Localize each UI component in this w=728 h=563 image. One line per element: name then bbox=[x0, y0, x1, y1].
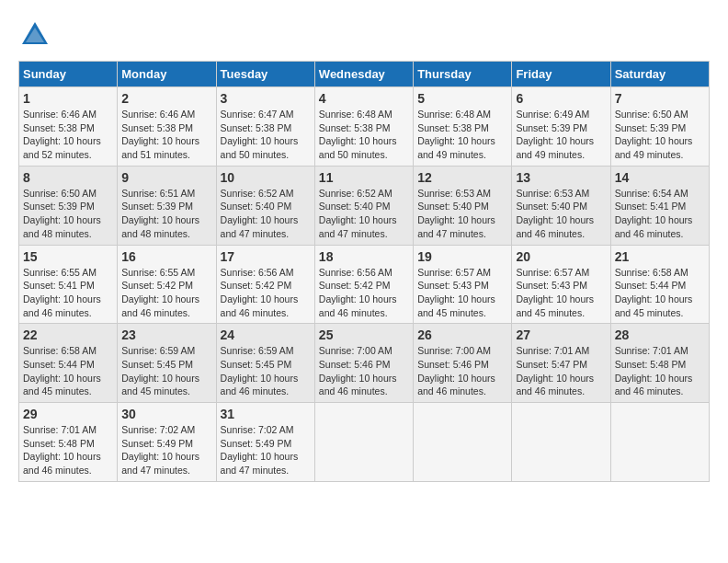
day-info: Sunrise: 7:02 AM Sunset: 5:49 PM Dayligh… bbox=[121, 423, 211, 477]
day-number: 12 bbox=[417, 170, 507, 185]
calendar-day-header: Sunday bbox=[19, 62, 118, 87]
day-number: 21 bbox=[615, 249, 705, 264]
day-info: Sunrise: 6:53 AM Sunset: 5:40 PM Dayligh… bbox=[516, 187, 606, 241]
day-info: Sunrise: 6:51 AM Sunset: 5:39 PM Dayligh… bbox=[121, 187, 211, 241]
calendar-day-header: Monday bbox=[118, 62, 216, 87]
day-info: Sunrise: 6:53 AM Sunset: 5:40 PM Dayligh… bbox=[417, 187, 507, 241]
day-info: Sunrise: 6:58 AM Sunset: 5:44 PM Dayligh… bbox=[23, 344, 113, 398]
calendar-cell: 30Sunrise: 7:02 AM Sunset: 5:49 PM Dayli… bbox=[118, 403, 216, 482]
day-number: 8 bbox=[23, 170, 113, 185]
day-info: Sunrise: 6:56 AM Sunset: 5:42 PM Dayligh… bbox=[221, 266, 311, 320]
calendar-day-header: Wednesday bbox=[314, 62, 413, 87]
day-info: Sunrise: 6:46 AM Sunset: 5:38 PM Dayligh… bbox=[121, 108, 211, 162]
calendar-cell: 11Sunrise: 6:52 AM Sunset: 5:40 PM Dayli… bbox=[314, 166, 413, 245]
calendar-day-header: Friday bbox=[512, 62, 610, 87]
day-info: Sunrise: 7:01 AM Sunset: 5:47 PM Dayligh… bbox=[516, 344, 606, 398]
logo-icon bbox=[18, 18, 51, 52]
calendar-week-row: 29Sunrise: 7:01 AM Sunset: 5:48 PM Dayli… bbox=[19, 403, 710, 482]
calendar-cell: 28Sunrise: 7:01 AM Sunset: 5:48 PM Dayli… bbox=[610, 324, 709, 403]
calendar-cell: 17Sunrise: 6:56 AM Sunset: 5:42 PM Dayli… bbox=[216, 245, 314, 324]
calendar-cell: 18Sunrise: 6:56 AM Sunset: 5:42 PM Dayli… bbox=[314, 245, 413, 324]
day-info: Sunrise: 6:55 AM Sunset: 5:41 PM Dayligh… bbox=[23, 266, 113, 320]
day-info: Sunrise: 6:57 AM Sunset: 5:43 PM Dayligh… bbox=[417, 266, 507, 320]
calendar-cell: 7Sunrise: 6:50 AM Sunset: 5:39 PM Daylig… bbox=[610, 87, 709, 167]
calendar-cell: 27Sunrise: 7:01 AM Sunset: 5:47 PM Dayli… bbox=[512, 324, 610, 403]
day-number: 25 bbox=[319, 327, 409, 342]
calendar-day-header: Thursday bbox=[414, 62, 512, 87]
day-info: Sunrise: 6:49 AM Sunset: 5:39 PM Dayligh… bbox=[516, 108, 606, 162]
calendar-cell: 25Sunrise: 7:00 AM Sunset: 5:46 PM Dayli… bbox=[314, 324, 413, 403]
calendar-cell: 10Sunrise: 6:52 AM Sunset: 5:40 PM Dayli… bbox=[216, 166, 314, 245]
page-header bbox=[18, 18, 710, 52]
calendar-day-header: Saturday bbox=[610, 62, 709, 87]
calendar-week-row: 8Sunrise: 6:50 AM Sunset: 5:39 PM Daylig… bbox=[19, 166, 710, 245]
calendar-cell bbox=[414, 403, 512, 482]
day-number: 3 bbox=[221, 91, 311, 106]
day-info: Sunrise: 6:50 AM Sunset: 5:39 PM Dayligh… bbox=[23, 187, 113, 241]
day-number: 9 bbox=[121, 170, 211, 185]
day-number: 30 bbox=[121, 407, 211, 421]
day-number: 2 bbox=[121, 91, 211, 106]
day-number: 7 bbox=[615, 91, 705, 106]
day-number: 10 bbox=[221, 170, 311, 185]
day-number: 18 bbox=[319, 249, 409, 264]
day-number: 29 bbox=[23, 407, 113, 421]
calendar-cell: 2Sunrise: 6:46 AM Sunset: 5:38 PM Daylig… bbox=[118, 87, 216, 167]
logo bbox=[18, 18, 57, 52]
day-number: 15 bbox=[23, 249, 113, 264]
day-number: 1 bbox=[23, 91, 113, 106]
calendar-cell: 21Sunrise: 6:58 AM Sunset: 5:44 PM Dayli… bbox=[610, 245, 709, 324]
calendar-cell: 23Sunrise: 6:59 AM Sunset: 5:45 PM Dayli… bbox=[118, 324, 216, 403]
calendar-cell: 12Sunrise: 6:53 AM Sunset: 5:40 PM Dayli… bbox=[414, 166, 512, 245]
day-number: 28 bbox=[615, 327, 705, 342]
day-info: Sunrise: 6:59 AM Sunset: 5:45 PM Dayligh… bbox=[221, 344, 311, 398]
calendar-cell: 26Sunrise: 7:00 AM Sunset: 5:46 PM Dayli… bbox=[414, 324, 512, 403]
calendar-cell: 8Sunrise: 6:50 AM Sunset: 5:39 PM Daylig… bbox=[19, 166, 118, 245]
calendar-cell bbox=[314, 403, 413, 482]
calendar-cell: 4Sunrise: 6:48 AM Sunset: 5:38 PM Daylig… bbox=[314, 87, 413, 167]
calendar-cell: 3Sunrise: 6:47 AM Sunset: 5:38 PM Daylig… bbox=[216, 87, 314, 167]
day-number: 17 bbox=[221, 249, 311, 264]
calendar-cell: 14Sunrise: 6:54 AM Sunset: 5:41 PM Dayli… bbox=[610, 166, 709, 245]
calendar-cell: 31Sunrise: 7:02 AM Sunset: 5:49 PM Dayli… bbox=[216, 403, 314, 482]
calendar-table: SundayMondayTuesdayWednesdayThursdayFrid… bbox=[18, 61, 710, 482]
calendar-week-row: 22Sunrise: 6:58 AM Sunset: 5:44 PM Dayli… bbox=[19, 324, 710, 403]
day-info: Sunrise: 7:01 AM Sunset: 5:48 PM Dayligh… bbox=[23, 423, 113, 477]
day-number: 16 bbox=[121, 249, 211, 264]
day-info: Sunrise: 6:46 AM Sunset: 5:38 PM Dayligh… bbox=[23, 108, 113, 162]
calendar-day-header: Tuesday bbox=[216, 62, 314, 87]
day-info: Sunrise: 7:00 AM Sunset: 5:46 PM Dayligh… bbox=[319, 344, 409, 398]
day-number: 22 bbox=[23, 327, 113, 342]
day-number: 6 bbox=[516, 91, 606, 106]
day-info: Sunrise: 6:57 AM Sunset: 5:43 PM Dayligh… bbox=[516, 266, 606, 320]
calendar-cell: 6Sunrise: 6:49 AM Sunset: 5:39 PM Daylig… bbox=[512, 87, 610, 167]
day-number: 5 bbox=[417, 91, 507, 106]
calendar-cell: 15Sunrise: 6:55 AM Sunset: 5:41 PM Dayli… bbox=[19, 245, 118, 324]
day-number: 31 bbox=[221, 407, 311, 421]
calendar-cell: 20Sunrise: 6:57 AM Sunset: 5:43 PM Dayli… bbox=[512, 245, 610, 324]
day-number: 20 bbox=[516, 249, 606, 264]
day-number: 24 bbox=[221, 327, 311, 342]
day-number: 4 bbox=[319, 91, 409, 106]
calendar-cell: 1Sunrise: 6:46 AM Sunset: 5:38 PM Daylig… bbox=[19, 87, 118, 167]
calendar-cell: 13Sunrise: 6:53 AM Sunset: 5:40 PM Dayli… bbox=[512, 166, 610, 245]
day-number: 23 bbox=[121, 327, 211, 342]
calendar-cell: 5Sunrise: 6:48 AM Sunset: 5:38 PM Daylig… bbox=[414, 87, 512, 167]
day-info: Sunrise: 7:00 AM Sunset: 5:46 PM Dayligh… bbox=[417, 344, 507, 398]
calendar-header-row: SundayMondayTuesdayWednesdayThursdayFrid… bbox=[19, 62, 710, 87]
day-info: Sunrise: 6:54 AM Sunset: 5:41 PM Dayligh… bbox=[615, 187, 705, 241]
day-number: 11 bbox=[319, 170, 409, 185]
calendar-cell: 24Sunrise: 6:59 AM Sunset: 5:45 PM Dayli… bbox=[216, 324, 314, 403]
day-info: Sunrise: 7:02 AM Sunset: 5:49 PM Dayligh… bbox=[221, 423, 311, 477]
day-info: Sunrise: 6:52 AM Sunset: 5:40 PM Dayligh… bbox=[221, 187, 311, 241]
day-info: Sunrise: 6:55 AM Sunset: 5:42 PM Dayligh… bbox=[121, 266, 211, 320]
day-info: Sunrise: 6:50 AM Sunset: 5:39 PM Dayligh… bbox=[615, 108, 705, 162]
day-info: Sunrise: 6:48 AM Sunset: 5:38 PM Dayligh… bbox=[319, 108, 409, 162]
calendar-cell: 9Sunrise: 6:51 AM Sunset: 5:39 PM Daylig… bbox=[118, 166, 216, 245]
calendar-cell: 16Sunrise: 6:55 AM Sunset: 5:42 PM Dayli… bbox=[118, 245, 216, 324]
calendar-cell bbox=[610, 403, 709, 482]
day-number: 27 bbox=[516, 327, 606, 342]
calendar-cell: 19Sunrise: 6:57 AM Sunset: 5:43 PM Dayli… bbox=[414, 245, 512, 324]
day-info: Sunrise: 6:59 AM Sunset: 5:45 PM Dayligh… bbox=[121, 344, 211, 398]
day-number: 26 bbox=[417, 327, 507, 342]
